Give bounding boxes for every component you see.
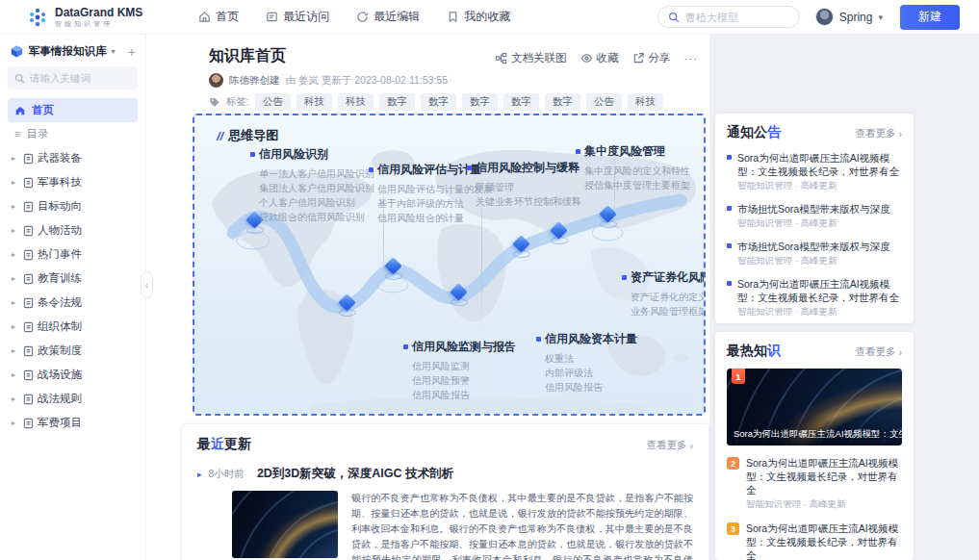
caret-icon[interactable]: ▸ [12, 226, 19, 235]
tag-pill[interactable]: 数字 [379, 93, 415, 111]
tag-pill[interactable]: 数字 [545, 93, 580, 111]
section-header: 通知公告 查看更多› [727, 124, 902, 141]
doc-relation-graph-button[interactable]: 文档关联图 [495, 51, 567, 65]
tag-pill[interactable]: 数字 [503, 93, 539, 111]
arrow-right-icon: › [690, 440, 694, 451]
sidebar-collapse-handle[interactable]: ‹ [141, 271, 153, 298]
sidebar: 军事情报知识库 ▾ + 首页 ≡ 目录 ▸ 武器装备 [0, 35, 146, 560]
mindmap-node[interactable]: 信用风险监测与报告信用风险监测信用风险预警信用风险报告 [403, 339, 516, 402]
top-nav-favorites[interactable]: 我的收藏 [447, 9, 510, 25]
view-more-link[interactable]: 查看更多› [647, 439, 694, 452]
sidebar-search-input[interactable] [30, 72, 131, 84]
notice-item[interactable]: 市场担忧Sora模型带来版权与深度 智能知识管理 · 高峰更新 [727, 202, 902, 230]
caret-icon[interactable]: ▸ [12, 202, 19, 211]
add-kb-button[interactable]: + [128, 47, 136, 57]
play-arrow-icon: ▸ [197, 470, 202, 479]
directory-label: 目录 [26, 127, 48, 141]
tag-pill[interactable]: 公告 [586, 93, 622, 111]
notice-title[interactable]: 市场担忧Sora模型带来版权与深度 [737, 202, 890, 216]
caret-icon[interactable]: ▸ [12, 395, 19, 403]
doc-icon [23, 297, 34, 309]
recent-item-title[interactable]: 2D到3D新突破，深度AIGC 技术剖析 [257, 466, 453, 482]
top-nav-label: 我的收藏 [464, 9, 510, 25]
article-excerpt: 银行的不良资产也常称为不良债权，其中最主要的是不良贷款，是指客户不能按期、按量归… [351, 491, 693, 560]
sidebar-tree-item[interactable]: ▸ 人物活动 [8, 218, 138, 242]
hot-item-title[interactable]: Sora为何出道即碾压主流AI视频模型：文生视频最长纪录，对世界有全 [746, 522, 902, 560]
notice-title[interactable]: Sora为何出道即碾压主流AI视频模型：文生视频最长纪录，对世界有全 [737, 151, 902, 178]
caret-icon[interactable]: ▸ [12, 178, 19, 187]
sidebar-tree-item[interactable]: ▸ 军费项目 [8, 411, 138, 435]
caret-icon[interactable]: ▸ [12, 250, 19, 259]
mindmap-node[interactable]: 集中度风险管理集中度风险的定义和特性授信集中度管理主要框架 [576, 143, 690, 192]
sidebar-tree-item[interactable]: ▸ 军事科技 [8, 170, 138, 194]
recent-visits-icon [266, 11, 278, 23]
sidebar-tree-item[interactable]: ▸ 条令法规 [8, 291, 138, 315]
featured-knowledge-card[interactable]: 1 Sora为何出道即碾压主流AI视频模型：文生视频最... [727, 369, 902, 445]
collect-button[interactable]: 收藏 [580, 51, 619, 65]
mindmap-node-child: 关键业务环节控制和缓释 [467, 194, 581, 209]
sidebar-tree-item[interactable]: ▸ 热门事件 [8, 242, 138, 267]
sidebar-tree-item[interactable]: ▸ 教育训练 [8, 267, 138, 291]
sidebar-tree-item[interactable]: ▸ 目标动向 [8, 194, 138, 218]
hot-item[interactable]: 3 Sora为何出道即碾压主流AI视频模型：文生视频最长纪录，对世界有全 智能知… [727, 522, 902, 560]
hot-item[interactable]: 2 Sora为何出道即碾压主流AI视频模型：文生视频最长纪录，对世界有全 智能知… [727, 456, 902, 511]
section-header: 最热知识 查看更多› [727, 343, 902, 360]
caret-icon[interactable]: ▸ [12, 274, 19, 283]
global-search-input[interactable] [685, 12, 789, 23]
sidebar-tree-item[interactable]: ▸ 武器装备 [8, 146, 138, 170]
article-thumbnail[interactable] [232, 491, 338, 558]
tag-pill[interactable]: 公告 [255, 93, 291, 111]
user-name: Spring [839, 11, 873, 24]
top-nav-recent-visits[interactable]: 最近访问 [266, 9, 329, 25]
caret-icon[interactable]: ▸ [12, 370, 19, 379]
mindmap-panel[interactable]: // 思维导图 信用风险识别单一法人客户信用风险识别集团法人客户信用风险识别个人… [193, 114, 706, 416]
tag-pill[interactable]: 科技 [628, 93, 663, 111]
recent-item-header[interactable]: ▸ 8小时前 2D到3D新突破，深度AIGC 技术剖析 [197, 466, 693, 482]
sidebar-tree-item[interactable]: ▸ 战法规则 [8, 387, 138, 411]
tree-item-label: 目标动向 [38, 199, 82, 214]
sidebar-tree-item[interactable]: ▸ 战场设施 [8, 363, 138, 387]
user-menu[interactable]: Spring ▾ [815, 8, 883, 26]
doc-meta: 陈德骅创建 由 姜岚 更新于 2023-08-02 11:53:55 [209, 73, 448, 88]
kb-switcher[interactable]: 军事情报知识库 ▾ + [8, 42, 138, 66]
notice-title[interactable]: 市场担忧Sora模型带来版权与深度 [737, 240, 890, 253]
hot-item-title[interactable]: Sora为何出道即碾压主流AI视频模型：文生视频最长纪录，对世界有全 [746, 456, 902, 496]
share-button[interactable]: 分享 [632, 51, 671, 65]
notice-item[interactable]: 市场担忧Sora模型带来版权与深度 智能知识管理 · 高峰更新 [727, 240, 902, 267]
tree-item-label: 战场设施 [38, 368, 82, 382]
tag-pill[interactable]: 数字 [421, 93, 456, 111]
caret-icon[interactable]: ▸ [12, 419, 19, 427]
sidebar-item-home[interactable]: 首页 [8, 98, 138, 122]
tree-item-label: 武器装备 [38, 151, 82, 165]
caret-icon[interactable]: ▸ [12, 154, 19, 163]
view-more-link[interactable]: 查看更多› [856, 345, 903, 359]
caret-icon[interactable]: ▸ [12, 346, 19, 355]
top-nav-recent-edits[interactable]: 最近编辑 [356, 9, 420, 25]
caret-icon[interactable]: ▸ [12, 322, 19, 331]
tag-pill[interactable]: 科技 [296, 93, 332, 111]
section-title: 最热知识 [727, 343, 781, 360]
sidebar-tree-item[interactable]: ▸ 组织体制 [8, 315, 138, 339]
notice-item[interactable]: Sora为何出道即碾压主流AI视频模型：文生视频最长纪录，对世界有全 智能知识管… [727, 151, 902, 192]
new-button[interactable]: 新建 [900, 5, 960, 30]
global-search[interactable] [657, 6, 800, 28]
top-nav-home[interactable]: 首页 [198, 9, 239, 25]
notice-item[interactable]: Sora为何出道即碾压主流AI视频模型：文生视频最长纪录，对世界有全 智能知识管… [727, 277, 902, 318]
sidebar-tree-item[interactable]: ▸ 政策制度 [8, 339, 138, 363]
mindmap-node[interactable]: 信用风险识别单一法人客户信用风险识别集团法人客户信用风险识别个人客户信用风险识别… [250, 146, 374, 224]
notice-title[interactable]: Sora为何出道即碾压主流AI视频模型：文生视频最长纪录，对世界有全 [737, 277, 902, 304]
featured-title: Sora为何出道即碾压主流AI视频模型：文生视频最... [727, 415, 902, 445]
tag-pill[interactable]: 数字 [462, 93, 498, 111]
mindmap-node[interactable]: 资产证券化风险管理资产证券化的定义和分类业务风险管理框架 [622, 269, 706, 318]
node-bullet-icon [369, 167, 374, 172]
more-actions-button[interactable]: ··· [684, 53, 699, 64]
mindmap-node[interactable]: 信用风险控制与缓释限额管理关键业务环节控制和缓释 [467, 160, 581, 209]
doc-icon [23, 273, 34, 285]
caret-icon[interactable]: ▸ [12, 298, 19, 307]
mindmap-node[interactable]: 信用风险资本计量权重法内部评级法信用风险报告 [536, 331, 637, 395]
sidebar-directory[interactable]: ≡ 目录 [8, 122, 138, 145]
top-nav-label: 最近编辑 [374, 9, 420, 25]
view-more-link[interactable]: 查看更多› [856, 127, 903, 140]
tag-pill[interactable]: 科技 [338, 93, 374, 111]
sidebar-search[interactable] [8, 66, 138, 89]
